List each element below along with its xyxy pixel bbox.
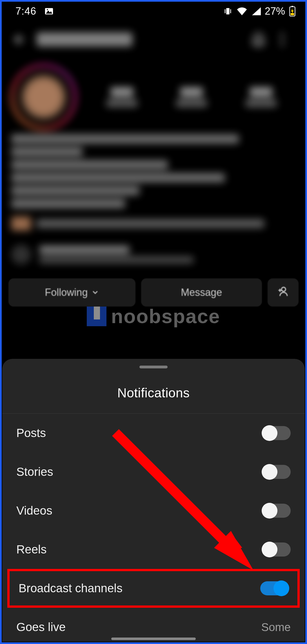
kebab-menu-icon[interactable] xyxy=(280,32,296,47)
profile-background-blurred xyxy=(0,22,307,267)
message-button[interactable]: Message xyxy=(141,278,262,307)
toggle-switch[interactable] xyxy=(262,504,291,518)
sheet-title: Notifications xyxy=(2,385,305,414)
notif-value: Some xyxy=(261,621,291,634)
svg-marker-6 xyxy=(252,7,261,15)
svg-rect-4 xyxy=(225,9,226,13)
notif-label: Stories xyxy=(16,465,53,479)
notifications-sheet: Notifications Posts Stories Videos Reels… xyxy=(2,359,305,642)
notif-label: Posts xyxy=(16,426,46,440)
toggle-switch[interactable] xyxy=(260,581,288,595)
svg-rect-3 xyxy=(226,8,229,15)
svg-point-13 xyxy=(281,38,283,40)
picture-icon xyxy=(44,6,54,16)
vibrate-icon xyxy=(223,6,233,16)
notif-row-posts[interactable]: Posts xyxy=(2,414,305,452)
battery-icon xyxy=(289,6,296,17)
avatar[interactable] xyxy=(11,65,76,129)
svg-rect-8 xyxy=(292,6,293,7)
toggle-switch[interactable] xyxy=(262,542,291,557)
notif-label: Videos xyxy=(16,504,52,517)
sheet-drag-handle[interactable] xyxy=(139,366,168,368)
status-bar: 7:46 27% xyxy=(0,0,307,22)
svg-point-2 xyxy=(47,9,48,10)
following-button[interactable]: Following xyxy=(8,278,135,307)
svg-point-14 xyxy=(281,43,283,46)
notif-row-broadcast-channels[interactable]: Broadcast channels xyxy=(7,569,300,608)
add-user-icon xyxy=(277,285,289,300)
message-label: Message xyxy=(181,287,222,298)
notif-row-stories[interactable]: Stories xyxy=(2,452,305,491)
gesture-nav-bar[interactable] xyxy=(111,638,196,640)
watermark: noobspace xyxy=(0,305,307,328)
back-arrow-icon[interactable] xyxy=(11,32,25,47)
notification-list: Posts Stories Videos Reels Broadcast cha… xyxy=(2,414,305,644)
watermark-logo-icon xyxy=(87,307,106,326)
wifi-icon xyxy=(237,7,247,15)
battery-percent: 27% xyxy=(265,5,285,17)
signal-icon xyxy=(251,7,261,15)
bell-icon[interactable] xyxy=(251,32,266,47)
toggle-switch[interactable] xyxy=(262,426,291,440)
svg-point-12 xyxy=(281,33,283,35)
chevron-down-icon xyxy=(92,287,99,298)
notif-label: Goes live xyxy=(16,620,66,634)
toggle-switch[interactable] xyxy=(262,465,291,479)
notif-row-videos[interactable]: Videos xyxy=(2,491,305,530)
watermark-text: noobspace xyxy=(111,305,220,328)
add-user-button[interactable] xyxy=(268,278,299,307)
notif-label: Reels xyxy=(16,543,46,556)
notif-label: Broadcast channels xyxy=(19,582,123,595)
svg-point-15 xyxy=(282,287,286,291)
following-label: Following xyxy=(45,287,88,298)
status-time: 7:46 xyxy=(15,5,36,17)
svg-rect-9 xyxy=(291,13,294,15)
notif-row-reels[interactable]: Reels xyxy=(2,530,305,569)
profile-action-row: Following Message xyxy=(8,278,299,307)
svg-rect-5 xyxy=(230,9,231,13)
